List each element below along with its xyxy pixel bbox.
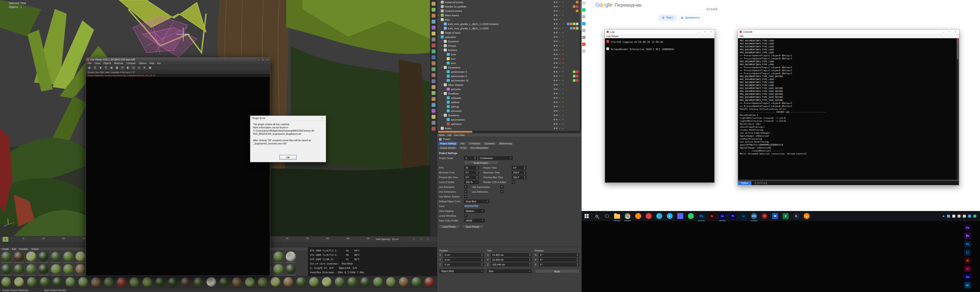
enabled-check-icon[interactable]: ✓	[558, 10, 561, 12]
expander-icon[interactable]: ▾	[441, 114, 444, 116]
visibility-dot-render[interactable]	[556, 97, 558, 98]
enabled-check-icon[interactable]: ✓	[562, 114, 565, 116]
tag-icon[interactable]	[576, 23, 578, 25]
object-row[interactable]: ▾xpSystem✓✓	[437, 35, 582, 39]
google-translate-logo[interactable]: Google Переводчик	[595, 2, 641, 8]
enabled-check-icon[interactable]: ✓	[562, 84, 565, 86]
object-row[interactable]: xpWind✓✓	[437, 100, 582, 104]
coordinate-field[interactable]: 0 cm	[443, 263, 484, 267]
tab-info[interactable]: Info	[459, 142, 467, 146]
value-field[interactable]: 25	[464, 166, 479, 170]
taskbar-chrome[interactable]	[622, 211, 633, 221]
material-thumbnail[interactable]	[155, 277, 165, 287]
taskbar-lightroom[interactable]: Lr	[738, 211, 749, 221]
spinner-icon[interactable]	[474, 157, 476, 160]
lv-menu-5[interactable]: Options	[139, 62, 146, 65]
material-thumbnail[interactable]	[283, 277, 293, 287]
scale-project-button[interactable]: Scale Project..	[464, 161, 498, 165]
spinner-icon[interactable]	[577, 263, 579, 266]
visibility-dot-editor[interactable]	[554, 2, 555, 3]
minimize-button[interactable]: –	[257, 58, 261, 61]
tool-icon-17[interactable]	[432, 103, 436, 107]
object-row[interactable]: xpOctane✓✓	[437, 122, 582, 126]
enabled-check-icon[interactable]: ✓	[558, 44, 561, 47]
spinner-icon[interactable]	[523, 167, 526, 169]
taskbar-steam[interactable]: S	[791, 211, 802, 221]
material-thumbnail[interactable]	[296, 277, 306, 287]
dock-icon-7[interactable]	[582, 49, 585, 53]
tag-icon[interactable]	[573, 79, 575, 82]
enabled-check-icon[interactable]: ✓	[558, 105, 561, 108]
material-menu-0[interactable]: Create	[2, 248, 9, 250]
taskbar-photoshop[interactable]: Ps	[696, 211, 706, 221]
taskbar-illustrator[interactable]: Ai	[706, 211, 717, 221]
coordinate-field[interactable]: 416.446 cm	[491, 263, 531, 267]
taskbar-premiere[interactable]: Pr	[728, 211, 738, 221]
enabled-check-icon[interactable]: ✓	[562, 49, 565, 51]
material-thumbnail[interactable]	[181, 277, 191, 287]
expander-icon[interactable]: ▾	[438, 36, 441, 38]
desktop-icon-id[interactable]: Id	[964, 265, 971, 272]
material-thumbnail[interactable]	[51, 251, 61, 262]
console-titlebar[interactable]: Console –□×	[738, 30, 959, 34]
object-row[interactable]: kurti_rock_granite_L_djb11_1.L5000 Insta…	[437, 22, 582, 26]
project-scale-unit-dropdown[interactable]: Centimeters▾	[478, 156, 513, 160]
close-button[interactable]: ×	[266, 58, 269, 61]
visibility-dot-editor[interactable]	[554, 97, 555, 98]
enabled-check-icon[interactable]: ✓	[558, 118, 561, 121]
visibility-dot-editor[interactable]	[554, 67, 555, 68]
taskbar-edge[interactable]	[654, 211, 665, 221]
tool-icon-19[interactable]	[432, 115, 436, 119]
value-field[interactable]: 0 F	[464, 176, 479, 179]
material-thumbnail[interactable]	[76, 251, 86, 262]
render-restart-icon[interactable]: ↻	[104, 66, 108, 70]
checkbox[interactable]: ✓	[500, 186, 504, 189]
object-row[interactable]: xpDrag✓✓	[437, 104, 582, 109]
tool-icon-12[interactable]	[432, 73, 436, 77]
object-row[interactable]: Notes✓✓	[437, 126, 582, 130]
tray-antivirus-icon[interactable]	[974, 215, 976, 217]
enabled-check-icon[interactable]: ✓	[562, 118, 565, 121]
material-item[interactable]	[286, 251, 296, 263]
enabled-check-icon[interactable]: ✓	[558, 49, 561, 51]
disabled-cross-icon[interactable]: ✕	[558, 53, 561, 56]
mode-item-0[interactable]: Mode	[439, 134, 445, 136]
ruler-option-icon[interactable]	[412, 237, 416, 241]
dock-icon-6[interactable]	[582, 43, 585, 46]
mode-item-1[interactable]: Edit	[447, 134, 451, 136]
render-lod-checkbox[interactable]: ✓	[512, 181, 515, 184]
visibility-dot-editor[interactable]	[554, 32, 555, 33]
console-input[interactable]	[738, 180, 959, 181]
desktop-icon-an[interactable]: An	[964, 274, 971, 280]
enabled-check-icon[interactable]: ✓	[562, 10, 565, 12]
tag-icon[interactable]	[576, 10, 578, 12]
enabled-check-icon[interactable]: ✓	[558, 101, 561, 103]
object-row[interactable]: ▾Misc✓✓	[437, 17, 582, 22]
disabled-cross-icon[interactable]: ✕	[562, 57, 565, 60]
material-thumbnail[interactable]	[207, 277, 216, 287]
disabled-cross-icon[interactable]: ✕	[562, 62, 565, 64]
desktop-icon-ae[interactable]: Ae	[964, 224, 971, 231]
visibility-dot-editor[interactable]	[554, 110, 555, 112]
material-item[interactable]	[76, 251, 86, 263]
material-thumbnail[interactable]	[2, 251, 11, 262]
visibility-dot-render[interactable]	[556, 106, 558, 107]
visibility-dot-render[interactable]	[556, 75, 558, 77]
object-manager-hscrollbar[interactable]	[437, 131, 580, 133]
visibility-dot-render[interactable]	[556, 14, 558, 16]
visibility-dot-editor[interactable]	[554, 84, 555, 86]
tag-icon[interactable]	[573, 5, 575, 8]
material-thumbnail[interactable]	[232, 277, 242, 287]
enabled-check-icon[interactable]: ✓	[558, 88, 561, 90]
visibility-dot-render[interactable]	[556, 88, 558, 90]
disabled-cross-icon[interactable]: ✕	[558, 62, 561, 64]
visibility-dot-render[interactable]	[556, 84, 558, 86]
visibility-dot-editor[interactable]	[554, 71, 555, 73]
project-scale-field[interactable]: 1	[464, 156, 477, 160]
enabled-check-icon[interactable]: ✓	[562, 123, 565, 125]
visibility-dot-editor[interactable]	[554, 75, 555, 77]
enabled-check-icon[interactable]: ✓	[562, 36, 565, 38]
visibility-dot-render[interactable]	[556, 67, 558, 68]
enabled-check-icon[interactable]: ✓	[562, 88, 565, 90]
object-row[interactable]: vpCache✓✓	[437, 87, 582, 91]
